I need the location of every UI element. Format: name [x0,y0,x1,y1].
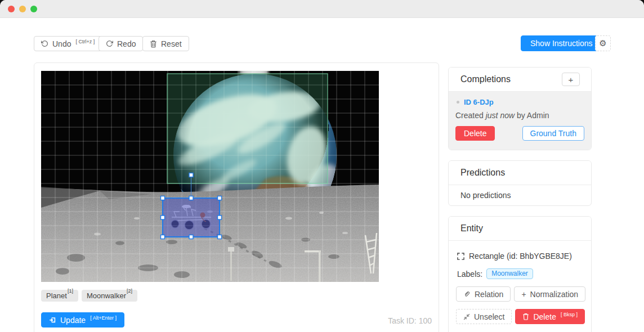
entity-selection-text: Rectangle (id: BhbYGBE8JE) [469,252,572,261]
undo-label: Undo [52,39,71,48]
resize-handle[interactable] [218,235,222,239]
task-image[interactable] [41,71,379,282]
label-chip-moonwalker[interactable]: Moonwalker[2] [82,290,137,302]
resize-handle[interactable] [161,196,165,200]
gear-icon: ⚙ [599,38,606,48]
update-button[interactable]: Update[ Alt+Enter ] [41,312,124,327]
task-id-label: Task ID: 100 [388,316,432,325]
unselect-button[interactable]: Unselect [456,309,512,324]
trash-icon [150,40,157,48]
entity-title: Entity [449,217,591,240]
add-completion-button[interactable]: + [562,73,580,86]
resize-handle[interactable] [189,235,193,239]
resize-handle[interactable] [161,216,165,219]
app-window: Undo[ Ctrl+z ] Redo Reset Show Instructi… [0,0,644,332]
resize-handle[interactable] [161,235,165,239]
predictions-empty-text: No predictions [449,185,591,200]
redo-label: Redo [117,39,136,48]
window-close-button[interactable] [8,6,15,12]
annotation-card: Planet[1] Moonwalker[2] Update[ Alt+Ente… [34,62,439,332]
link-icon [463,290,471,298]
predictions-panel: Predictions No predictions [448,160,592,206]
annotation-canvas[interactable] [41,71,379,282]
reset-label: Reset [161,39,182,48]
relation-button[interactable]: Relation [456,286,511,302]
undo-button[interactable]: Undo[ Ctrl+z ] [34,36,102,51]
predictions-title: Predictions [449,161,591,185]
resize-handle[interactable] [218,196,222,200]
reset-button[interactable]: Reset [142,36,189,51]
completion-dot-icon [457,101,459,104]
predictions-body: No predictions [449,185,591,206]
delete-completion-button[interactable]: Delete [455,126,495,141]
delete-entity-button[interactable]: Delete[ Bksp ] [515,309,584,324]
window-minimize-button[interactable] [19,6,26,12]
trash-icon [522,313,529,320]
ground-truth-button[interactable]: Ground Truth [522,126,585,141]
submit-icon [49,316,56,324]
show-instructions-button[interactable]: Show Instructions [521,35,602,51]
completions-panel: Completions + ID 6-DJp Created just now … [448,67,592,150]
rotate-handle[interactable] [189,173,193,177]
entity-panel: Entity Rectangle (id: BhbYGBE8JE) Labels… [448,216,592,332]
undo-icon [41,40,48,47]
normalization-button[interactable]: + Normalization [514,286,585,302]
entity-body: Rectangle (id: BhbYGBE8JE) Labels: Moonw… [449,240,591,332]
update-shortcut: [ Alt+Enter ] [90,315,117,321]
entity-label-badge[interactable]: Moonwalker [486,268,533,279]
region-planet[interactable] [167,74,328,183]
collapse-icon [463,313,470,320]
redo-icon [106,40,113,47]
label-chip-row: Planet[1] Moonwalker[2] [41,290,137,302]
update-label: Update [60,316,86,325]
completion-id-link[interactable]: ID 6-DJp [464,98,494,106]
show-instructions-label: Show Instructions [530,39,593,48]
entity-labels-label: Labels: [457,270,482,279]
delete-shortcut: [ Bksp ] [561,312,578,317]
completion-created-text: Created just now by Admin [455,111,584,120]
redo-button[interactable]: Redo [99,36,143,51]
resize-handle[interactable] [189,196,193,200]
completions-body: ID 6-DJp Created just now by Admin Delet… [449,91,591,150]
expand-icon [457,253,464,260]
plus-icon: + [521,290,526,299]
window-maximize-button[interactable] [30,6,37,12]
plus-icon: + [569,75,574,84]
settings-button[interactable]: ⚙ [595,35,611,51]
resize-handle[interactable] [218,216,222,219]
undo-shortcut: [ Ctrl+z ] [75,39,95,44]
label-chip-planet[interactable]: Planet[1] [41,290,78,302]
window-titlebar [0,0,644,18]
